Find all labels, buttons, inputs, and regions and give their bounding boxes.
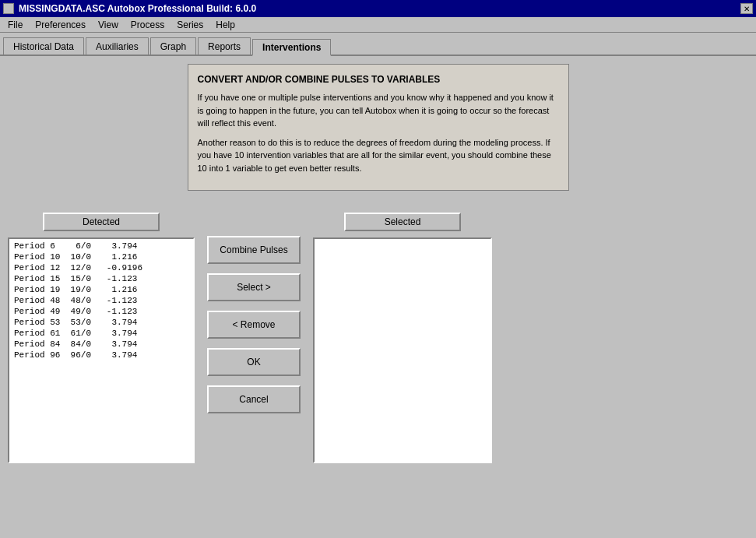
app-icon (3, 3, 14, 14)
list-item[interactable]: Period 6 6/0 3.794 (11, 241, 192, 251)
center-buttons: Combine Pulses Select > < Remove OK Canc… (195, 213, 313, 413)
info-box: CONVERT AND/OR COMBINE PULSES TO VARIABL… (188, 64, 569, 191)
tab-historical-data[interactable]: Historical Data (3, 37, 84, 55)
panels-area: Detected Period 6 6/0 3.794Period 10 10/… (8, 213, 748, 463)
tab-auxiliaries[interactable]: Auxiliaries (86, 37, 149, 55)
main-content: CONVERT AND/OR COMBINE PULSES TO VARIABL… (0, 56, 756, 538)
tab-interventions[interactable]: Interventions (252, 39, 331, 56)
tab-reports[interactable]: Reports (198, 37, 251, 55)
menu-bar: File Preferences View Process Series Hel… (0, 17, 756, 33)
cancel-button[interactable]: Cancel (207, 385, 301, 413)
menu-preferences[interactable]: Preferences (29, 18, 92, 32)
close-button[interactable]: ✕ (740, 3, 753, 14)
combine-pulses-button[interactable]: Combine Pulses (207, 236, 301, 264)
info-box-para1: If you have one or multiple pulse interv… (198, 91, 559, 130)
detected-list[interactable]: Period 6 6/0 3.794Period 10 10/0 1.216Pe… (8, 237, 195, 463)
detected-label: Detected (43, 213, 160, 231)
title-text: MISSINGDATA.ASC Autobox Professional Bui… (19, 3, 256, 14)
menu-file[interactable]: File (2, 18, 29, 32)
info-box-para2: Another reason to do this is to reduce t… (198, 136, 559, 175)
selected-column: Selected (313, 213, 492, 463)
list-item[interactable]: Period 96 96/0 3.794 (11, 350, 192, 360)
list-item[interactable]: Period 49 49/0 -1.123 (11, 306, 192, 317)
list-item[interactable]: Period 48 48/0 -1.123 (11, 295, 192, 306)
list-item[interactable]: Period 15 15/0 -1.123 (11, 273, 192, 284)
list-item[interactable]: Period 61 61/0 3.794 (11, 328, 192, 339)
list-item[interactable]: Period 53 53/0 3.794 (11, 317, 192, 328)
tab-graph[interactable]: Graph (150, 37, 196, 55)
list-item[interactable]: Period 10 10/0 1.216 (11, 251, 192, 262)
detected-column: Detected Period 6 6/0 3.794Period 10 10/… (8, 213, 195, 463)
selected-label: Selected (344, 213, 461, 231)
ok-button[interactable]: OK (207, 348, 301, 376)
window-controls: ✕ (740, 3, 753, 15)
list-item[interactable]: Period 12 12/0 -0.9196 (11, 262, 192, 273)
info-box-title: CONVERT AND/OR COMBINE PULSES TO VARIABL… (198, 74, 559, 85)
selected-list[interactable] (313, 237, 492, 463)
tab-bar: Historical Data Auxiliaries Graph Report… (0, 33, 756, 56)
list-item[interactable]: Period 19 19/0 1.216 (11, 284, 192, 295)
select-button[interactable]: Select > (207, 273, 301, 301)
list-item[interactable]: Period 84 84/0 3.794 (11, 339, 192, 350)
remove-button[interactable]: < Remove (207, 311, 301, 339)
menu-view[interactable]: View (92, 18, 125, 32)
menu-process[interactable]: Process (125, 18, 171, 32)
menu-series[interactable]: Series (171, 18, 209, 32)
menu-help[interactable]: Help (209, 18, 241, 32)
title-bar: MISSINGDATA.ASC Autobox Professional Bui… (0, 0, 756, 17)
